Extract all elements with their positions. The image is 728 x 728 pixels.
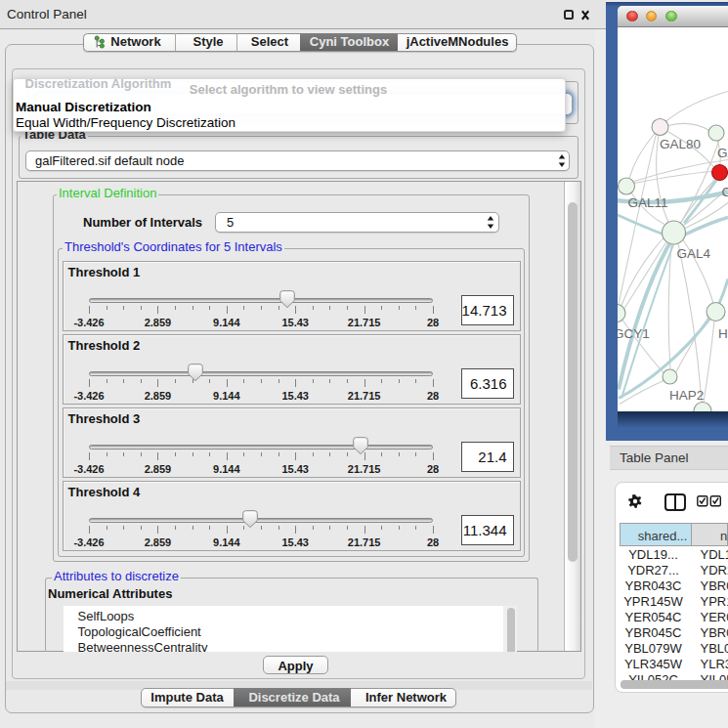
svg-text:GA: GA	[717, 145, 728, 159]
svg-text:GCY1: GCY1	[618, 325, 650, 340]
svg-text:HAP2: HAP2	[669, 387, 704, 402]
svg-text:GAL4: GAL4	[677, 245, 711, 260]
svg-text:H: H	[718, 325, 728, 340]
svg-text:GAL11: GAL11	[628, 194, 668, 209]
svg-text:C: C	[722, 184, 728, 198]
svg-text:GAL80: GAL80	[660, 136, 701, 150]
